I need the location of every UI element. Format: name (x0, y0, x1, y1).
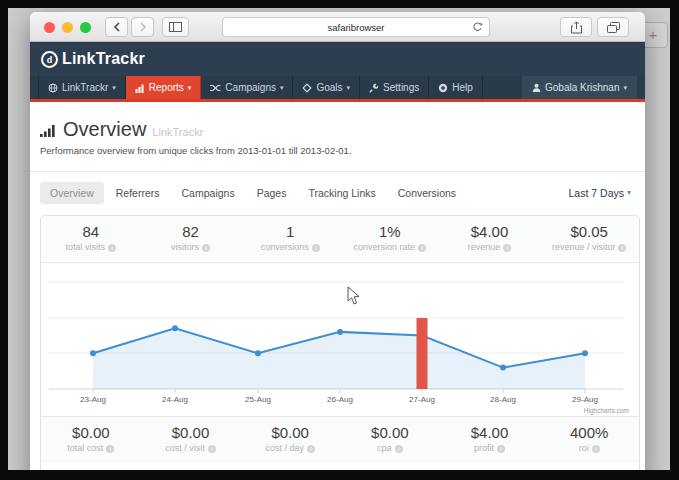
nav-item-campaigns[interactable]: Campaigns ▾ (201, 76, 293, 99)
info-icon[interactable]: i (395, 445, 403, 453)
info-icon[interactable]: i (618, 244, 626, 252)
stat-value: 82 (141, 223, 241, 240)
info-icon[interactable]: i (208, 445, 216, 453)
area-chart: 23-Aug24-Aug25-Aug26-Aug27-Aug28-Aug29-A… (41, 263, 639, 416)
stats-row-bottom: $0.00 total costi $0.00 cost / visiti $0… (41, 416, 639, 463)
stat-cost-per-visit: $0.00 cost / visiti (141, 417, 241, 463)
globe-icon (48, 83, 58, 93)
visits-chart[interactable]: 23-Aug24-Aug25-Aug26-Aug27-Aug28-Aug29-A… (41, 263, 639, 416)
svg-text:25-Aug: 25-Aug (245, 395, 271, 404)
report-tabs: Overview Referrers Campaigns Pages Track… (40, 182, 466, 204)
close-window-button[interactable] (44, 22, 55, 33)
tab-campaigns[interactable]: Campaigns (172, 182, 245, 204)
info-icon[interactable]: i (497, 445, 505, 453)
date-range-selector[interactable]: Last 7 Days ▾ (569, 187, 631, 199)
linktrackr-logo: d LinkTrackr (40, 50, 145, 69)
tab-referrers[interactable]: Referrers (106, 182, 170, 204)
svg-text:28-Aug: 28-Aug (490, 395, 516, 404)
bar-chart-icon (135, 83, 145, 93)
forward-button[interactable] (131, 17, 154, 37)
sidebar-icon (169, 22, 182, 32)
share-icon (571, 21, 582, 34)
stat-value: 1% (340, 223, 440, 240)
plus-icon: + (649, 26, 658, 43)
page-title-suffix: LinkTrackr (152, 126, 203, 141)
nav-item-linktrackr[interactable]: LinkTrackr ▾ (38, 76, 126, 99)
share-button[interactable] (560, 17, 592, 37)
nav-label: Help (452, 82, 473, 93)
stat-label: total visits (66, 242, 106, 252)
stat-cpa: $0.00 cpai (340, 417, 440, 463)
stat-value: $4.00 (440, 223, 540, 240)
nav-label: Settings (383, 82, 419, 93)
url-text: safaribrowser (327, 22, 384, 33)
tab-conversions[interactable]: Conversions (388, 182, 466, 204)
user-menu[interactable]: Gobala Krishnan ▾ (522, 76, 637, 99)
user-name: Gobala Krishnan (545, 82, 620, 93)
svg-text:Highcharts.com: Highcharts.com (584, 407, 629, 415)
svg-text:23-Aug: 23-Aug (80, 395, 106, 404)
svg-text:26-Aug: 26-Aug (327, 395, 353, 404)
stat-value: $4.00 (440, 424, 540, 441)
stat-conversions: 1 conversionsi (240, 216, 340, 262)
stat-profit: $4.00 profiti (440, 417, 540, 463)
stat-label: roi (579, 443, 589, 453)
screenshot-frame: + safaribrowser (0, 0, 679, 480)
stat-value: $0.00 (240, 424, 340, 441)
stat-label: cost / day (265, 443, 304, 453)
chevron-left-icon (113, 22, 121, 32)
app-header: d LinkTrackr (30, 42, 645, 76)
page-subtitle: Performance overview from unique clicks … (40, 145, 352, 156)
chevron-right-icon (139, 22, 147, 32)
nav-item-goals[interactable]: Goals ▾ (293, 76, 360, 99)
stat-roi: 400% roii (539, 417, 639, 463)
stat-value: $0.00 (41, 424, 141, 441)
stat-visitors: 82 visitorsi (141, 216, 241, 262)
page-title: Overview (63, 118, 146, 141)
nav-item-settings[interactable]: Settings (360, 76, 429, 99)
page-content: Overview LinkTrackr Performance overview… (30, 102, 645, 470)
tabs-icon (607, 22, 620, 33)
info-icon[interactable]: i (108, 244, 116, 252)
stat-revenue: $4.00 revenuei (440, 216, 540, 262)
date-range-label: Last 7 Days (569, 187, 624, 199)
page-title-block: Overview LinkTrackr Performance overview… (40, 118, 352, 156)
shuffle-icon (210, 83, 221, 93)
tab-tracking-links[interactable]: Tracking Links (298, 182, 385, 204)
info-icon[interactable]: i (307, 445, 315, 453)
caret-down-icon: ▾ (627, 189, 631, 197)
info-icon[interactable]: i (418, 244, 426, 252)
svg-text:24-Aug: 24-Aug (162, 395, 188, 404)
caret-down-icon: ▾ (112, 84, 116, 91)
minimize-window-button[interactable] (62, 22, 73, 33)
stat-value: 400% (539, 424, 639, 441)
sidebar-toggle-button[interactable] (162, 17, 189, 37)
stat-label: conversion rate (354, 242, 416, 252)
reload-button[interactable] (472, 21, 483, 33)
stat-conversion-rate: 1% conversion ratei (340, 216, 440, 262)
tab-pages[interactable]: Pages (247, 182, 297, 204)
info-icon[interactable]: i (312, 244, 320, 252)
tabs-overview-button[interactable] (597, 17, 629, 37)
svg-text:d: d (47, 55, 53, 65)
nav-label: LinkTrackr (62, 82, 108, 93)
nav-label: Reports (149, 82, 184, 93)
stat-revenue-per-visitor: $0.05 revenue / visitori (539, 216, 639, 262)
stats-row-top: 84 total visitsi 82 visitorsi 1 conversi… (41, 216, 639, 263)
safari-window: safaribrowser d (30, 12, 645, 470)
stat-label: revenue / visitor (552, 242, 616, 252)
info-icon[interactable]: i (503, 244, 511, 252)
nav-item-reports[interactable]: Reports ▾ (126, 76, 202, 99)
info-icon[interactable]: i (592, 445, 600, 453)
info-icon[interactable]: i (202, 244, 210, 252)
diamond-icon (302, 83, 312, 93)
stat-label: total cost (67, 443, 103, 453)
browser-toolbar: safaribrowser (30, 12, 645, 42)
back-button[interactable] (105, 17, 128, 37)
info-icon[interactable]: i (106, 445, 114, 453)
zoom-window-button[interactable] (80, 22, 91, 33)
reload-icon (472, 21, 483, 33)
tab-overview[interactable]: Overview (40, 182, 104, 204)
address-bar[interactable]: safaribrowser (222, 17, 490, 37)
nav-item-help[interactable]: Help (429, 76, 483, 99)
